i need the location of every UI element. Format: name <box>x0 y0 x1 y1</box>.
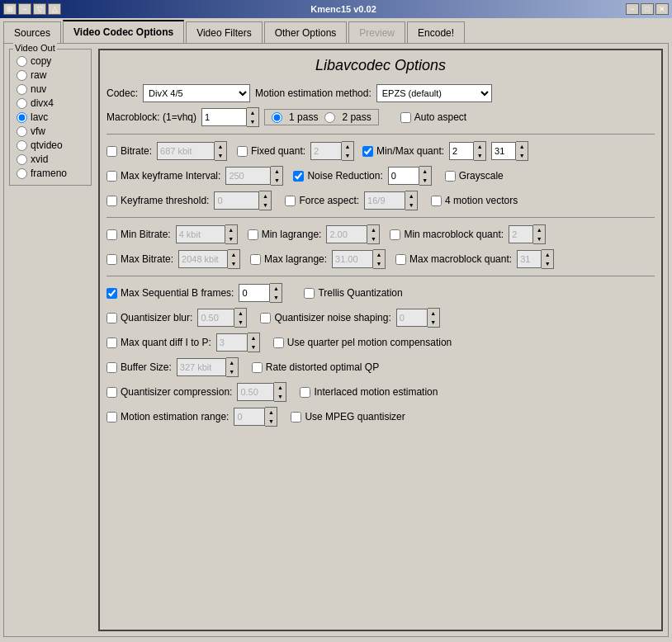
noise-reduction-up[interactable]: ▲ <box>419 167 431 176</box>
codec-select[interactable]: DivX 4/5 <box>143 84 250 102</box>
radio-frameno[interactable]: frameno <box>17 168 84 179</box>
seqb-check[interactable] <box>106 288 117 299</box>
radio-vfw[interactable]: vfw <box>17 125 84 137</box>
quant-diff-check[interactable] <box>106 338 117 348</box>
motion-range-check[interactable] <box>106 412 117 422</box>
bitrate-down[interactable]: ▼ <box>215 151 226 160</box>
seqb-btns[interactable]: ▲ ▼ <box>270 283 282 303</box>
radio-qtvideo[interactable]: qtvideo <box>17 139 84 151</box>
force-aspect-down[interactable]: ▼ <box>405 201 417 210</box>
tab-video-codec[interactable]: Video Codec Options <box>63 20 184 43</box>
quant-blur-check[interactable] <box>106 313 117 323</box>
keyframe-thresh-up[interactable]: ▲ <box>259 191 271 201</box>
quarter-pel-check[interactable] <box>273 338 284 348</box>
radio-vfw-input[interactable] <box>17 126 27 137</box>
radio-nuv[interactable]: nuv <box>17 83 84 95</box>
quant-comp-down[interactable]: ▼ <box>274 392 286 401</box>
min-quant-btns[interactable]: ▲ ▼ <box>474 141 486 161</box>
radio-raw[interactable]: raw <box>17 69 84 81</box>
tab-other-options[interactable]: Other Options <box>264 21 348 43</box>
min-bitrate-check[interactable] <box>106 229 117 240</box>
fixed-quant-check[interactable] <box>237 146 248 157</box>
window-controls-right[interactable]: − □ ✕ <box>626 3 669 15</box>
macroblock-up[interactable]: ▲ <box>247 108 258 117</box>
fixed-quant-btns[interactable]: ▲ ▼ <box>342 141 354 161</box>
min-lagrange-up[interactable]: ▲ <box>367 225 379 234</box>
interlaced-check[interactable] <box>300 387 310 398</box>
quant-noise-check[interactable] <box>260 313 271 323</box>
force-aspect-btns[interactable]: ▲ ▼ <box>405 191 418 210</box>
max-lagrange-btns[interactable]: ▲ ▼ <box>373 249 386 269</box>
pass2-radio[interactable] <box>324 112 335 123</box>
radio-copy[interactable]: copy <box>17 55 84 67</box>
max-quant-up[interactable]: ▲ <box>516 142 528 151</box>
min-lagrange-check[interactable] <box>248 229 258 240</box>
max-bitrate-btns[interactable]: ▲ ▼ <box>228 249 240 269</box>
motion-range-down[interactable]: ▼ <box>265 417 277 426</box>
seqb-input[interactable] <box>239 284 270 302</box>
fixed-quant-up[interactable]: ▲ <box>342 142 353 151</box>
trellis-check[interactable] <box>304 288 315 299</box>
max-keyframe-up[interactable]: ▲ <box>271 167 282 176</box>
radio-xvid[interactable]: xvid <box>17 153 84 165</box>
quant-comp-btns[interactable]: ▲ ▼ <box>274 382 286 402</box>
motion-range-btns[interactable]: ▲ ▼ <box>265 407 277 427</box>
max-lagrange-down[interactable]: ▼ <box>373 259 385 268</box>
min-quant-down[interactable]: ▼ <box>474 151 485 160</box>
tab-sources[interactable]: Sources <box>3 21 61 43</box>
min-lagrange-btns[interactable]: ▲ ▼ <box>367 224 380 244</box>
force-aspect-up[interactable]: ▲ <box>405 191 417 201</box>
rate-dist-check[interactable] <box>252 362 263 373</box>
max-bitrate-check[interactable] <box>106 254 117 265</box>
radio-lavc-input[interactable] <box>17 112 27 123</box>
quant-noise-up[interactable]: ▲ <box>428 309 439 318</box>
seqb-up[interactable]: ▲ <box>270 284 282 293</box>
tab-encode[interactable]: Encode! <box>407 21 465 43</box>
maximize-btn[interactable]: □ <box>641 3 654 15</box>
motion-range-up[interactable]: ▲ <box>265 408 277 417</box>
quant-diff-down[interactable]: ▼ <box>248 342 259 352</box>
max-quant-down[interactable]: ▼ <box>516 151 528 160</box>
max-bitrate-down[interactable]: ▼ <box>228 259 239 268</box>
buffer-btns[interactable]: ▲ ▼ <box>226 357 239 377</box>
minimize-btn[interactable]: − <box>626 3 639 15</box>
max-lagrange-up[interactable]: ▲ <box>373 250 385 259</box>
radio-nuv-input[interactable] <box>17 84 27 95</box>
quant-blur-down[interactable]: ▼ <box>234 318 246 327</box>
max-keyframe-check[interactable] <box>106 171 117 182</box>
keyframe-thresh-btns[interactable]: ▲ ▼ <box>259 191 272 210</box>
quant-blur-btns[interactable]: ▲ ▼ <box>234 308 247 328</box>
noise-reduction-check[interactable] <box>293 171 304 182</box>
close-btn[interactable]: ✕ <box>655 3 669 15</box>
radio-raw-input[interactable] <box>17 70 27 81</box>
pass1-radio[interactable] <box>272 112 282 123</box>
buffer-up[interactable]: ▲ <box>226 358 238 367</box>
minmax-quant-check[interactable] <box>362 146 373 157</box>
radio-divx4-input[interactable] <box>17 98 27 109</box>
bitrate-spinner-btns[interactable]: ▲ ▼ <box>215 141 227 161</box>
buffer-down[interactable]: ▼ <box>226 367 238 376</box>
macroblock-down[interactable]: ▼ <box>247 117 258 126</box>
min-lagrange-down[interactable]: ▼ <box>367 234 379 243</box>
min-macro-quant-down[interactable]: ▼ <box>533 234 545 243</box>
max-keyframe-btns[interactable]: ▲ ▼ <box>271 166 283 186</box>
window-controls-left[interactable]: ⊞ − ▽ △ <box>3 3 61 15</box>
force-aspect-check[interactable] <box>285 196 296 206</box>
min-bitrate-down[interactable]: ▼ <box>225 234 237 243</box>
four-motion-check[interactable] <box>431 196 442 206</box>
max-macro-quant-btns[interactable]: ▲ ▼ <box>542 249 554 269</box>
min-macro-quant-up[interactable]: ▲ <box>533 225 545 234</box>
max-keyframe-down[interactable]: ▼ <box>271 176 282 185</box>
min-macro-quant-btns[interactable]: ▲ ▼ <box>533 224 546 244</box>
min-bitrate-btns[interactable]: ▲ ▼ <box>225 224 238 244</box>
quant-comp-check[interactable] <box>106 387 117 398</box>
noise-reduction-btns[interactable]: ▲ ▼ <box>419 166 432 186</box>
max-quant-btns[interactable]: ▲ ▼ <box>516 141 528 161</box>
macroblock-input[interactable] <box>201 108 247 126</box>
max-macro-quant-check[interactable] <box>395 254 406 265</box>
keyframe-thresh-down[interactable]: ▼ <box>259 201 271 210</box>
min-quant-input[interactable] <box>449 142 474 160</box>
rollup-btn[interactable]: ▽ <box>33 3 46 15</box>
max-macro-quant-down[interactable]: ▼ <box>542 259 553 268</box>
mpeg-quant-check[interactable] <box>291 412 301 422</box>
